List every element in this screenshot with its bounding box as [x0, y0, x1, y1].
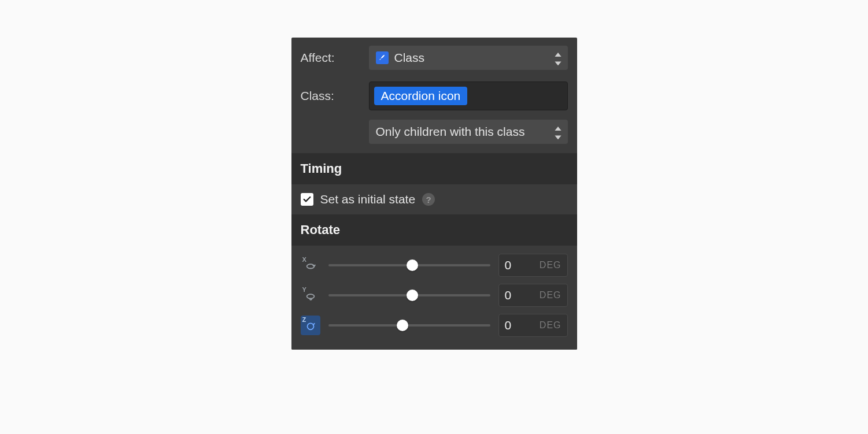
- slider-thumb[interactable]: [407, 290, 418, 301]
- svg-point-2: [307, 323, 313, 329]
- scope-value: Only children with this class: [376, 125, 561, 139]
- affect-select[interactable]: Class: [369, 46, 568, 70]
- updown-caret-icon: [554, 53, 562, 63]
- scope-row: Only children with this class: [291, 116, 577, 153]
- class-token[interactable]: Accordion icon: [374, 87, 468, 105]
- rotate-z-axis-button[interactable]: Z: [301, 316, 320, 335]
- class-row: Class: Accordion icon: [291, 76, 577, 116]
- check-icon: [302, 195, 312, 204]
- interaction-settings-panel: Affect: Class Class: Accordion icon: [291, 38, 577, 350]
- rotate-x-value: 0: [505, 258, 536, 272]
- rotate-x-axis-button[interactable]: X: [301, 255, 320, 275]
- svg-point-0: [306, 264, 314, 268]
- initial-state-row: Set as initial state ?: [291, 184, 577, 214]
- rotate-z-row: Z 0 DEG: [301, 310, 568, 340]
- rotate-z-slider[interactable]: [328, 320, 490, 331]
- rotate-y-row: Y 0 DEG: [301, 280, 568, 310]
- rotate-body: X 0 DEG Y: [291, 246, 577, 350]
- rotate-x-row: X 0 DEG: [301, 250, 568, 280]
- deg-unit: DEG: [540, 320, 562, 331]
- deg-unit: DEG: [540, 260, 562, 270]
- deg-unit: DEG: [540, 290, 562, 301]
- scope-select[interactable]: Only children with this class: [369, 120, 568, 144]
- axis-y-letter: Y: [302, 286, 306, 293]
- class-input[interactable]: Accordion icon: [369, 81, 568, 110]
- svg-point-1: [306, 294, 314, 298]
- rotate-x-input[interactable]: 0 DEG: [498, 254, 568, 277]
- rotate-z-value: 0: [505, 318, 536, 332]
- affect-label: Affect:: [301, 51, 369, 65]
- rotate-z-input[interactable]: 0 DEG: [498, 314, 568, 337]
- affect-row: Affect: Class: [291, 38, 577, 76]
- rotate-header: Rotate: [291, 214, 577, 246]
- class-label: Class:: [301, 89, 369, 103]
- affect-value: Class: [394, 51, 561, 65]
- rotate-y-input[interactable]: 0 DEG: [498, 284, 568, 307]
- slider-thumb[interactable]: [397, 320, 408, 331]
- timing-header: Timing: [291, 153, 577, 184]
- axis-z-letter: Z: [302, 316, 306, 323]
- rotate-y-axis-button[interactable]: Y: [301, 285, 320, 305]
- initial-state-label: Set as initial state: [320, 192, 416, 206]
- help-icon[interactable]: ?: [422, 193, 435, 206]
- initial-state-checkbox[interactable]: [301, 193, 313, 206]
- updown-caret-icon: [554, 127, 562, 137]
- slider-thumb[interactable]: [407, 259, 418, 271]
- brush-icon: [376, 51, 389, 64]
- rotate-x-slider[interactable]: [328, 259, 490, 271]
- axis-x-letter: X: [302, 256, 306, 263]
- rotate-y-value: 0: [505, 288, 536, 302]
- rotate-y-slider[interactable]: [328, 290, 490, 301]
